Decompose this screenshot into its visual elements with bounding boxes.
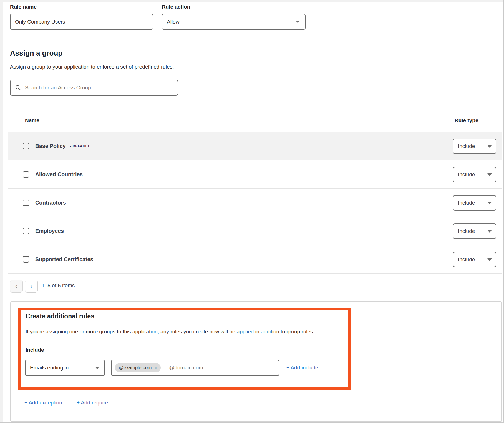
row-checkbox[interactable] [23,256,29,263]
table-row: Allowed Countries Include [8,160,502,189]
table-row: Contractors Include [8,189,502,217]
table-row: Supported Certificates Include [8,245,502,274]
row-checkbox[interactable] [23,228,29,234]
include-condition-select[interactable]: Emails ending in [25,360,105,376]
column-header-name: Name [25,117,39,124]
pagination-prev-button[interactable]: ‹ [10,280,23,293]
rule-type-value: Include [458,228,475,234]
add-exception-link[interactable]: + Add exception [24,400,62,406]
pagination-next-button[interactable]: › [25,280,38,293]
tag-label: @example.com [119,365,152,371]
include-label: Include [26,347,44,353]
chevron-down-icon [487,230,492,233]
window-edge-left [0,0,3,423]
access-group-table: Name Rule type Base Policy • DEFAULT Inc… [8,109,502,274]
rule-type-value: Include [458,143,475,149]
table-row: Base Policy • DEFAULT Include [8,132,502,160]
access-group-search [10,80,178,96]
search-input[interactable] [25,85,173,91]
rule-type-select[interactable]: Include [453,252,496,267]
email-domain-placeholder: @domain.com [169,365,203,371]
rule-type-select[interactable]: Include [453,223,496,239]
rule-type-select[interactable]: Include [453,139,496,154]
window-edge-bottom [0,422,504,423]
chevron-down-icon [487,202,492,204]
group-name: Allowed Countries [35,171,83,178]
row-checkbox[interactable] [23,200,29,206]
chevron-down-icon [95,367,99,369]
rule-name-label: Rule name [10,4,37,10]
window-edge-right [503,0,504,423]
rule-action-label: Rule action [162,4,190,10]
rule-type-select[interactable]: Include [453,195,496,211]
rule-name-input[interactable] [10,14,153,30]
create-additional-rules-heading: Create additional rules [26,313,94,320]
chevron-down-icon [296,21,300,23]
assign-group-heading: Assign a group [10,49,62,57]
column-header-rule-type: Rule type [455,117,478,124]
include-condition-value: Emails ending in [30,365,69,371]
email-domains-input[interactable]: @example.com × @domain.com [111,360,279,376]
add-require-link[interactable]: + Add require [77,400,108,406]
chevron-left-icon: ‹ [15,282,17,290]
rule-type-value: Include [458,172,475,178]
rule-action-value: Allow [167,19,179,25]
chevron-right-icon: › [30,282,32,290]
group-name: Contractors [35,200,66,206]
rule-action-select[interactable]: Allow [162,14,306,30]
window-edge-top [0,0,504,2]
search-icon [15,85,21,91]
chevron-down-icon [487,173,492,176]
pagination-range-text: 1–5 of 6 items [42,283,75,289]
create-additional-rules-description: If you're assigning one or more groups t… [26,329,314,335]
row-checkbox[interactable] [23,171,29,178]
table-header-row: Name Rule type [8,109,502,132]
chevron-down-icon [487,145,492,148]
row-checkbox[interactable] [23,143,29,149]
rule-type-value: Include [458,200,475,206]
rule-type-value: Include [458,256,475,263]
chevron-down-icon [487,258,492,261]
rule-name-field-wrap [10,14,153,30]
remove-tag-icon[interactable]: × [154,366,157,370]
assign-group-description: Assign a group to your application to en… [10,64,174,70]
group-name: Base Policy [35,143,65,149]
email-domain-tag: @example.com × [115,363,161,372]
default-badge: • DEFAULT [70,144,90,148]
add-include-link[interactable]: + Add include [286,365,318,371]
table-row: Employees Include [8,217,502,245]
group-name: Supported Certificates [35,256,93,263]
group-name: Employees [35,228,64,234]
rule-type-select[interactable]: Include [453,167,496,182]
